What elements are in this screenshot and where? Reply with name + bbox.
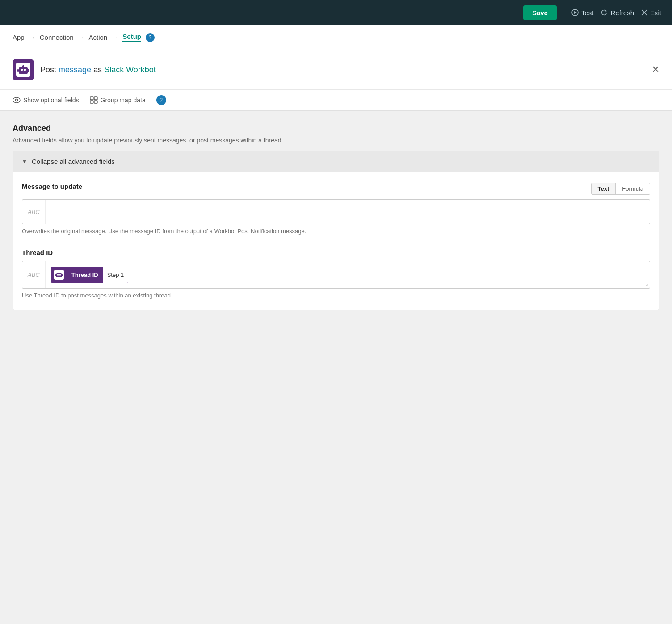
title-link-workbot[interactable]: Slack Workbot [104, 65, 156, 74]
token-label-text: Thread ID [67, 267, 103, 283]
breadcrumb-app[interactable]: App [13, 34, 25, 41]
breadcrumb-arrow-2: → [78, 34, 84, 41]
thread-id-input-wrapper[interactable]: ABC [22, 261, 650, 289]
message-field-label: Message to update [22, 183, 82, 190]
abc-label-thread: ABC [22, 261, 46, 288]
breadcrumb: App → Connection → Action → Setup ? [0, 25, 672, 50]
collapse-header[interactable]: ▼ Collapse all advanced fields [13, 151, 659, 172]
title-middle: as [93, 65, 102, 74]
page-close-button[interactable]: ✕ [651, 64, 659, 75]
section-description: Advanced fields allow you to update prev… [13, 137, 659, 144]
top-bar-divider [564, 6, 564, 19]
text-toggle-button[interactable]: Text [592, 183, 616, 194]
svg-point-12 [16, 99, 18, 101]
svg-rect-10 [28, 69, 29, 72]
app-icon [13, 59, 34, 80]
svg-rect-19 [59, 274, 61, 276]
main-content: Advanced Advanced fields allow you to up… [0, 111, 672, 322]
toolbar: Show optional fields Group map data ? [0, 90, 672, 111]
group-map-label: Group map data [101, 96, 146, 104]
resize-handle: ⌟ [646, 281, 648, 287]
svg-rect-6 [24, 69, 26, 71]
group-map-data-button[interactable]: Group map data [90, 96, 146, 104]
svg-rect-20 [59, 272, 59, 273]
show-optional-fields-button[interactable]: Show optional fields [13, 96, 79, 104]
field-header-message: Message to update Text Formula [22, 183, 650, 195]
exit-button[interactable]: Exit [641, 9, 661, 17]
collapse-label: Collapse all advanced fields [32, 158, 115, 165]
title-prefix: Post [40, 65, 56, 74]
svg-rect-9 [17, 69, 19, 72]
message-to-update-input[interactable] [46, 200, 650, 223]
refresh-button[interactable]: Refresh [601, 9, 634, 17]
svg-rect-16 [94, 101, 97, 103]
refresh-label: Refresh [610, 9, 634, 17]
thread-id-label: Thread ID [22, 249, 650, 256]
svg-rect-18 [57, 274, 59, 276]
thread-id-field: Thread ID ABC [22, 249, 650, 299]
page-header-left: Post message as Slack Workbot [13, 59, 156, 80]
svg-rect-14 [94, 97, 97, 100]
breadcrumb-action[interactable]: Action [89, 34, 108, 41]
eye-icon [13, 97, 21, 103]
exit-icon [641, 9, 647, 16]
token-area: Thread ID Step 1 [46, 261, 650, 288]
breadcrumb-setup[interactable]: Setup [122, 33, 141, 42]
exit-label: Exit [650, 9, 661, 17]
token-workbot-icon [55, 272, 63, 278]
svg-marker-1 [574, 11, 577, 14]
message-to-update-field: Message to update Text Formula ABC Overw… [22, 183, 650, 235]
token-step-text: Step 1 [103, 267, 129, 283]
svg-point-11 [13, 97, 20, 103]
fields-area: Message to update Text Formula ABC Overw… [13, 172, 659, 310]
page-header: Post message as Slack Workbot ✕ [0, 50, 672, 90]
group-map-icon [90, 96, 98, 104]
test-button[interactable]: Test [571, 9, 594, 17]
text-formula-toggle: Text Formula [591, 183, 650, 195]
svg-point-8 [23, 65, 24, 67]
svg-rect-17 [56, 273, 62, 277]
advanced-card: ▼ Collapse all advanced fields Message t… [13, 151, 659, 310]
toolbar-help-icon[interactable]: ? [156, 95, 166, 105]
svg-rect-5 [21, 69, 23, 71]
test-label: Test [581, 9, 594, 17]
top-bar: Save Test Refresh Exit [0, 0, 672, 25]
formula-toggle-button[interactable]: Formula [616, 183, 650, 194]
thread-id-token[interactable]: Thread ID Step 1 [51, 267, 129, 283]
help-icon[interactable]: ? [146, 33, 155, 42]
title-link-message[interactable]: message [59, 65, 91, 74]
svg-rect-15 [90, 101, 93, 103]
abc-label-message: ABC [22, 200, 46, 224]
thread-id-hint: Use Thread ID to post messages within an… [22, 292, 650, 299]
show-optional-label: Show optional fields [23, 96, 79, 104]
token-icon-inner [54, 270, 64, 280]
collapse-arrow-icon: ▼ [22, 159, 27, 165]
breadcrumb-arrow-3: → [112, 34, 118, 41]
message-hint: Overwrites the original message. Use the… [22, 228, 650, 235]
save-button[interactable]: Save [523, 5, 557, 20]
page-title: Post message as Slack Workbot [40, 65, 156, 75]
refresh-icon [601, 9, 608, 16]
play-icon [571, 9, 579, 16]
svg-rect-22 [62, 274, 63, 276]
svg-rect-21 [55, 274, 56, 276]
breadcrumb-arrow-1: → [29, 34, 35, 41]
app-icon-inner [16, 63, 30, 77]
svg-rect-4 [19, 67, 28, 74]
workbot-icon [17, 65, 29, 75]
breadcrumb-connection[interactable]: Connection [40, 34, 74, 41]
message-input-wrapper: ABC [22, 199, 650, 224]
svg-rect-13 [90, 97, 93, 100]
token-app-icon [51, 267, 67, 283]
section-title: Advanced [13, 124, 659, 133]
